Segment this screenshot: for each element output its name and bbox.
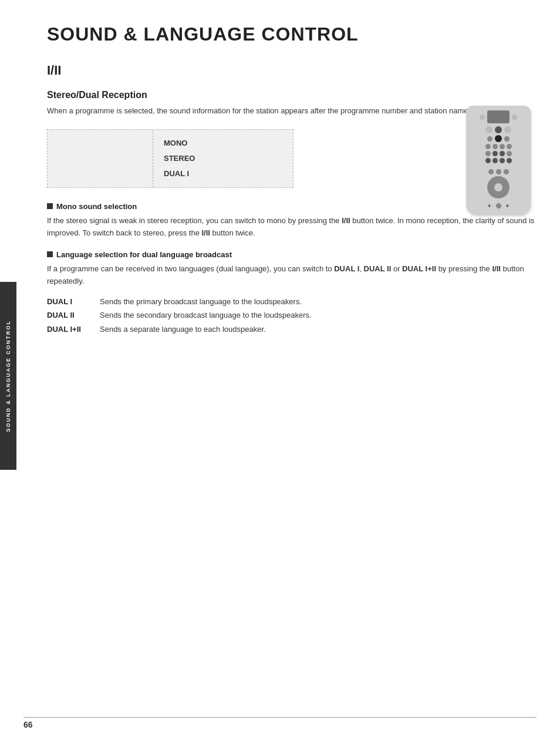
remote-btn-5a bbox=[485, 151, 491, 156]
remote-dpad bbox=[487, 176, 510, 198]
remote-body: + + bbox=[466, 106, 531, 215]
remote-btn-7a bbox=[488, 169, 494, 174]
dual-key-1: DUAL I bbox=[47, 296, 100, 308]
dual-row-2: DUAL II Sends the secondary broadcast la… bbox=[47, 309, 537, 321]
remote-btn-5c bbox=[500, 151, 505, 156]
mono-body: If the stereo signal is weak in stereo r… bbox=[47, 214, 537, 240]
remote-screen bbox=[487, 110, 510, 123]
dual-key-2: DUAL II bbox=[47, 309, 100, 321]
remote-btn-4c bbox=[500, 144, 505, 149]
dual-val-3: Sends a separate language to each loudsp… bbox=[100, 324, 537, 335]
remote-plus-right: + bbox=[506, 203, 510, 209]
remote-btn-7c bbox=[504, 169, 509, 174]
language-title-text: Language selection for dual language bro… bbox=[56, 250, 232, 259]
mono-section-title: Mono sound selection bbox=[47, 202, 537, 211]
remote-btn-4d bbox=[507, 144, 512, 149]
remote-control: + + bbox=[466, 106, 537, 215]
remote-btn-6b bbox=[492, 158, 498, 163]
section-heading: I/II bbox=[47, 63, 537, 78]
subsection-heading: Stereo/Dual Reception bbox=[47, 90, 537, 100]
remote-btn-2c bbox=[495, 126, 502, 133]
dual-val-2: Sends the secondary broadcast language t… bbox=[100, 309, 537, 321]
dual-val-1: Sends the primary broadcast language to … bbox=[100, 296, 537, 308]
remote-btn-3a bbox=[487, 136, 492, 142]
mono-bullet-icon bbox=[47, 203, 53, 209]
remote-btn-3b bbox=[495, 135, 502, 142]
language-body: If a programme can be received in two la… bbox=[47, 263, 537, 288]
dual-key-3: DUAL I+II bbox=[47, 324, 100, 335]
remote-btn-vol-c bbox=[496, 203, 501, 208]
remote-btn-4b bbox=[492, 144, 498, 149]
diagram-option-mono: MONO bbox=[164, 136, 282, 151]
language-bullet-icon bbox=[47, 251, 53, 257]
remote-btn-5d bbox=[507, 151, 512, 156]
dual-row-1: DUAL I Sends the primary broadcast langu… bbox=[47, 296, 537, 308]
diagram-option-dual-i: DUAL I bbox=[164, 166, 282, 181]
remote-btn-5b bbox=[492, 151, 498, 156]
bottom-rule bbox=[23, 717, 537, 718]
side-tab-label: SOUND & LANGUAGE CONTROL bbox=[5, 320, 11, 432]
diagram: MONO STEREO DUAL I bbox=[47, 129, 294, 188]
diagram-option-stereo: STEREO bbox=[164, 151, 282, 166]
remote-btn-6c bbox=[500, 158, 505, 163]
remote-btn-7b bbox=[496, 169, 501, 174]
diagram-left bbox=[48, 130, 153, 187]
remote-btn-6d bbox=[507, 158, 512, 163]
diagram-right: MONO STEREO DUAL I bbox=[153, 130, 293, 187]
dual-table: DUAL I Sends the primary broadcast langu… bbox=[47, 296, 537, 335]
remote-btn-2r bbox=[504, 126, 511, 133]
remote-btn-4a bbox=[485, 144, 491, 149]
page-title: SOUND & LANGUAGE CONTROL bbox=[47, 23, 537, 45]
intro-text: When a programme is selected, the sound … bbox=[47, 105, 537, 117]
mono-title-text: Mono sound selection bbox=[56, 202, 137, 211]
mono-section: Mono sound selection If the stereo signa… bbox=[47, 202, 537, 240]
remote-btn-6a bbox=[485, 158, 491, 163]
remote-btn-tl bbox=[480, 115, 485, 120]
remote-dpad-center bbox=[494, 183, 502, 191]
side-tab: SOUND & LANGUAGE CONTROL bbox=[0, 282, 16, 470]
language-section: Language selection for dual language bro… bbox=[47, 250, 537, 335]
language-section-title: Language selection for dual language bro… bbox=[47, 250, 537, 259]
remote-plus-left: + bbox=[488, 203, 491, 209]
dual-row-3: DUAL I+II Sends a separate language to e… bbox=[47, 324, 537, 335]
remote-btn-3c bbox=[504, 136, 510, 142]
remote-btn-tr bbox=[512, 115, 517, 120]
page-number: 66 bbox=[23, 720, 33, 729]
remote-btn-2l bbox=[485, 126, 492, 133]
